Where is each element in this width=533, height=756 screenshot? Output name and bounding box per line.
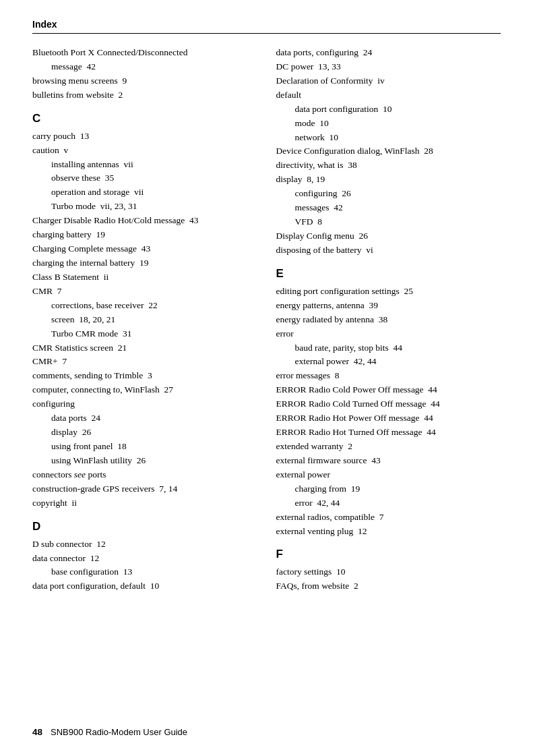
list-item: energy radiated by antenna 38: [276, 313, 501, 327]
list-item: FAQs, from website 2: [276, 579, 501, 593]
list-item: browsing menu screens 9: [32, 74, 257, 88]
page-footer: 48 SNB900 Radio-Modem User Guide: [32, 727, 501, 737]
list-item: external power 42, 44: [276, 355, 501, 369]
list-item: observe these 35: [32, 171, 257, 185]
left-column: Bluetooth Port X Connected/Disconnected …: [32, 46, 257, 593]
list-item: external venting plug 12: [276, 525, 501, 539]
list-item: charging from 19: [276, 482, 501, 496]
list-item: DC power 13, 33: [276, 60, 501, 74]
list-item: charging battery 19: [32, 228, 257, 242]
list-item: Turbo mode vii, 23, 31: [32, 200, 257, 214]
list-item: base configuration 13: [32, 565, 257, 579]
list-item: CMR Statistics screen 21: [32, 341, 257, 355]
list-item: Class B Statement ii: [32, 270, 257, 285]
section-letter-f: F: [276, 548, 501, 561]
list-item: ERROR Radio Hot Turned Off message 44: [276, 426, 501, 440]
section-letter-e: E: [276, 267, 501, 281]
list-item: editing port configuration settings 25: [276, 285, 501, 299]
list-item: mode 10: [276, 117, 501, 131]
list-item: construction-grade GPS receivers 7, 14: [32, 482, 257, 496]
list-item: Declaration of Conformity iv: [276, 74, 501, 88]
list-item: computer, connecting to, WinFlash 27: [32, 383, 257, 397]
list-item: CMR 7: [32, 285, 257, 299]
list-item: disposing of the battery vi: [276, 243, 501, 258]
list-item: configuring 26: [276, 187, 501, 201]
list-item: external power: [276, 468, 501, 482]
footer-page-number: 48: [32, 727, 42, 737]
list-item: display 26: [32, 426, 257, 440]
list-item: ERROR Radio Cold Turned Off message 44: [276, 397, 501, 411]
footer-title: SNB900 Radio-Modem User Guide: [51, 727, 187, 737]
list-item: ERROR Radio Cold Power Off message 44: [276, 383, 501, 397]
list-item: default: [276, 88, 501, 103]
list-item: messages 42: [276, 201, 501, 215]
list-item: using WinFlash utility 26: [32, 454, 257, 468]
list-item: charging the internal battery 19: [32, 256, 257, 270]
list-item: bulletins from website 2: [32, 88, 257, 103]
list-item: Bluetooth Port X Connected/Disconnected: [32, 46, 257, 60]
list-item: data ports, configuring 24: [276, 46, 501, 60]
list-item: caution v: [32, 144, 257, 158]
list-item: data ports 24: [32, 411, 257, 426]
list-item: factory settings 10: [276, 565, 501, 579]
list-item: message 42: [32, 60, 257, 74]
list-item: using front panel 18: [32, 440, 257, 454]
list-item: error messages 8: [276, 369, 501, 383]
list-item: error 42, 44: [276, 496, 501, 511]
page-header: Index: [32, 19, 501, 34]
section-letter-d: D: [32, 520, 257, 533]
page-title: Index: [32, 19, 57, 30]
list-item: external radios, compatible 7: [276, 511, 501, 525]
list-item: carry pouch 13: [32, 129, 257, 144]
list-item: Charging Complete message 43: [32, 242, 257, 256]
list-item: copyright ii: [32, 496, 257, 511]
list-item: baud rate, parity, stop bits 44: [276, 341, 501, 355]
list-item: data port configuration, default 10: [32, 579, 257, 593]
content-columns: Bluetooth Port X Connected/Disconnected …: [32, 46, 501, 593]
list-item: directivity, what is 38: [276, 158, 501, 173]
list-item: installing antennas vii: [32, 158, 257, 172]
list-item: ERROR Radio Hot Power Off message 44: [276, 411, 501, 426]
list-item: display 8, 19: [276, 173, 501, 187]
list-item: comments, sending to Trimble 3: [32, 369, 257, 383]
list-item: energy patterns, antenna 39: [276, 299, 501, 313]
section-letter-c: C: [32, 112, 257, 125]
page-container: Index Bluetooth Port X Connected/Disconn…: [0, 0, 533, 756]
list-item: VFD 8: [276, 215, 501, 229]
list-item: extended warranty 2: [276, 440, 501, 454]
list-item: data connector 12: [32, 552, 257, 566]
right-column: data ports, configuring 24 DC power 13, …: [276, 46, 501, 593]
list-item: CMR+ 7: [32, 355, 257, 369]
list-item: configuring: [32, 397, 257, 411]
list-item: error: [276, 327, 501, 341]
list-item: operation and storage vii: [32, 185, 257, 200]
list-item: Display Config menu 26: [276, 229, 501, 243]
list-item: Device Configuration dialog, WinFlash 28: [276, 144, 501, 158]
list-item: D sub connector 12: [32, 537, 257, 552]
list-item: connectors see ports: [32, 468, 257, 482]
list-item: Charger Disable Radio Hot/Cold message 4…: [32, 214, 257, 228]
list-item: data port configuration 10: [276, 103, 501, 117]
list-item: external firmware source 43: [276, 454, 501, 468]
list-item: network 10: [276, 131, 501, 145]
list-item: Turbo CMR mode 31: [32, 327, 257, 341]
list-item: screen 18, 20, 21: [32, 313, 257, 327]
list-item: corrections, base receiver 22: [32, 299, 257, 313]
